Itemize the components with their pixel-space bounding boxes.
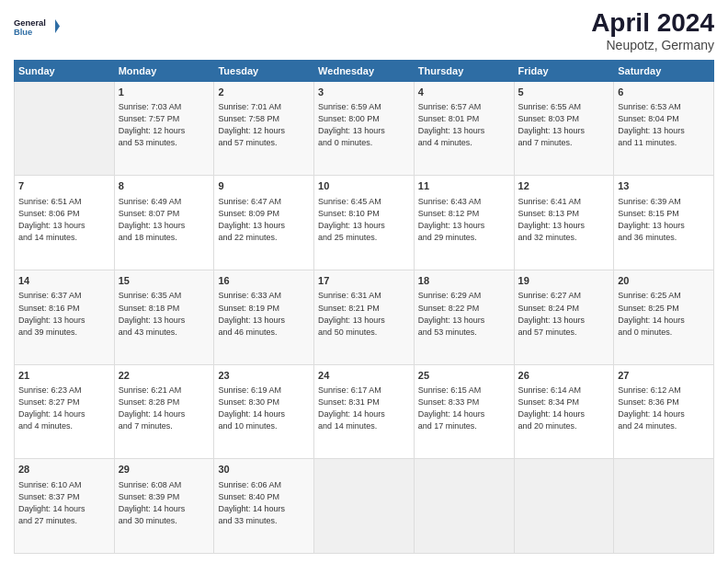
table-cell: 7Sunrise: 6:51 AM Sunset: 8:06 PM Daylig… — [15, 176, 115, 270]
col-friday: Friday — [514, 60, 614, 81]
col-sunday: Sunday — [15, 60, 115, 81]
col-saturday: Saturday — [614, 60, 714, 81]
day-number: 17 — [318, 274, 410, 288]
table-cell: 22Sunrise: 6:21 AM Sunset: 8:28 PM Dayli… — [114, 364, 214, 459]
col-tuesday: Tuesday — [214, 60, 314, 81]
day-number: 7 — [18, 179, 110, 193]
day-number: 23 — [218, 369, 310, 383]
week-row-2: 7Sunrise: 6:51 AM Sunset: 8:06 PM Daylig… — [15, 176, 714, 270]
day-info: Sunrise: 6:57 AM Sunset: 8:01 PM Dayligh… — [418, 101, 510, 149]
table-cell: 9Sunrise: 6:47 AM Sunset: 8:09 PM Daylig… — [214, 176, 314, 270]
table-cell — [314, 459, 415, 554]
day-info: Sunrise: 6:43 AM Sunset: 8:12 PM Dayligh… — [418, 196, 510, 244]
table-cell: 15Sunrise: 6:35 AM Sunset: 8:18 PM Dayli… — [114, 270, 214, 365]
day-info: Sunrise: 6:37 AM Sunset: 8:16 PM Dayligh… — [18, 290, 110, 338]
day-info: Sunrise: 6:25 AM Sunset: 8:25 PM Dayligh… — [618, 290, 710, 338]
calendar-body: 1Sunrise: 7:03 AM Sunset: 7:57 PM Daylig… — [15, 81, 714, 553]
day-number: 24 — [318, 369, 410, 383]
table-cell: 27Sunrise: 6:12 AM Sunset: 8:36 PM Dayli… — [614, 364, 714, 459]
day-number: 2 — [218, 86, 310, 99]
day-info: Sunrise: 6:51 AM Sunset: 8:06 PM Dayligh… — [18, 196, 110, 244]
day-info: Sunrise: 7:01 AM Sunset: 7:58 PM Dayligh… — [218, 101, 310, 149]
logo: General Blue — [14, 9, 60, 44]
day-info: Sunrise: 6:08 AM Sunset: 8:39 PM Dayligh… — [119, 479, 210, 527]
week-row-5: 28Sunrise: 6:10 AM Sunset: 8:37 PM Dayli… — [15, 459, 714, 554]
day-number: 20 — [618, 274, 710, 288]
table-cell: 13Sunrise: 6:39 AM Sunset: 8:15 PM Dayli… — [614, 176, 714, 270]
svg-text:Blue: Blue — [14, 28, 32, 37]
table-cell: 2Sunrise: 7:01 AM Sunset: 7:58 PM Daylig… — [214, 81, 314, 176]
table-cell — [15, 81, 115, 176]
table-cell: 17Sunrise: 6:31 AM Sunset: 8:21 PM Dayli… — [314, 270, 415, 365]
day-info: Sunrise: 6:06 AM Sunset: 8:40 PM Dayligh… — [218, 479, 310, 527]
table-cell: 8Sunrise: 6:49 AM Sunset: 8:07 PM Daylig… — [114, 176, 214, 270]
table-cell: 19Sunrise: 6:27 AM Sunset: 8:24 PM Dayli… — [514, 270, 614, 365]
day-number: 29 — [119, 463, 210, 477]
day-number: 22 — [119, 369, 210, 383]
table-cell: 28Sunrise: 6:10 AM Sunset: 8:37 PM Dayli… — [15, 459, 115, 554]
day-number: 27 — [618, 369, 710, 383]
day-number: 13 — [618, 179, 710, 193]
table-cell: 18Sunrise: 6:29 AM Sunset: 8:22 PM Dayli… — [414, 270, 514, 365]
table-cell: 25Sunrise: 6:15 AM Sunset: 8:33 PM Dayli… — [414, 364, 514, 459]
day-info: Sunrise: 6:21 AM Sunset: 8:28 PM Dayligh… — [119, 385, 210, 432]
day-info: Sunrise: 6:35 AM Sunset: 8:18 PM Dayligh… — [119, 290, 210, 338]
table-cell: 30Sunrise: 6:06 AM Sunset: 8:40 PM Dayli… — [214, 459, 314, 554]
table-cell — [414, 459, 514, 554]
table-cell: 11Sunrise: 6:43 AM Sunset: 8:12 PM Dayli… — [414, 176, 514, 270]
day-number: 18 — [418, 274, 510, 288]
day-number: 8 — [119, 179, 210, 193]
day-info: Sunrise: 6:39 AM Sunset: 8:15 PM Dayligh… — [618, 196, 710, 244]
day-info: Sunrise: 6:41 AM Sunset: 8:13 PM Dayligh… — [518, 196, 610, 244]
table-cell — [514, 459, 614, 554]
day-info: Sunrise: 6:17 AM Sunset: 8:31 PM Dayligh… — [318, 385, 410, 432]
day-number: 4 — [418, 86, 510, 99]
day-info: Sunrise: 6:10 AM Sunset: 8:37 PM Dayligh… — [18, 479, 110, 527]
day-info: Sunrise: 6:12 AM Sunset: 8:36 PM Dayligh… — [618, 385, 710, 432]
day-number: 26 — [518, 369, 610, 383]
day-info: Sunrise: 6:31 AM Sunset: 8:21 PM Dayligh… — [318, 290, 410, 338]
day-info: Sunrise: 6:45 AM Sunset: 8:10 PM Dayligh… — [318, 196, 410, 244]
day-number: 5 — [518, 86, 610, 99]
day-info: Sunrise: 6:49 AM Sunset: 8:07 PM Dayligh… — [119, 196, 210, 244]
table-cell: 10Sunrise: 6:45 AM Sunset: 8:10 PM Dayli… — [314, 176, 415, 270]
calendar-page: General Blue April 2024 Neupotz, Germany… — [0, 0, 728, 563]
day-info: Sunrise: 6:47 AM Sunset: 8:09 PM Dayligh… — [218, 196, 310, 244]
table-cell: 16Sunrise: 6:33 AM Sunset: 8:19 PM Dayli… — [214, 270, 314, 365]
col-wednesday: Wednesday — [314, 60, 415, 81]
week-row-4: 21Sunrise: 6:23 AM Sunset: 8:27 PM Dayli… — [15, 364, 714, 459]
subtitle: Neupotz, Germany — [591, 38, 714, 52]
logo-svg: General Blue — [14, 9, 60, 44]
col-monday: Monday — [114, 60, 214, 81]
table-cell: 26Sunrise: 6:14 AM Sunset: 8:34 PM Dayli… — [514, 364, 614, 459]
day-number: 15 — [119, 274, 210, 288]
title-block: April 2024 Neupotz, Germany — [591, 9, 714, 52]
table-cell: 6Sunrise: 6:53 AM Sunset: 8:04 PM Daylig… — [614, 81, 714, 176]
day-info: Sunrise: 6:27 AM Sunset: 8:24 PM Dayligh… — [518, 290, 610, 338]
header-row: Sunday Monday Tuesday Wednesday Thursday… — [15, 60, 714, 81]
week-row-3: 14Sunrise: 6:37 AM Sunset: 8:16 PM Dayli… — [15, 270, 714, 365]
day-number: 14 — [18, 274, 110, 288]
table-cell: 1Sunrise: 7:03 AM Sunset: 7:57 PM Daylig… — [114, 81, 214, 176]
day-number: 12 — [518, 179, 610, 193]
day-info: Sunrise: 6:19 AM Sunset: 8:30 PM Dayligh… — [218, 385, 310, 432]
day-info: Sunrise: 6:29 AM Sunset: 8:22 PM Dayligh… — [418, 290, 510, 338]
day-number: 19 — [518, 274, 610, 288]
col-thursday: Thursday — [414, 60, 514, 81]
day-number: 1 — [119, 86, 210, 99]
day-number: 9 — [218, 179, 310, 193]
day-number: 28 — [18, 463, 110, 477]
day-info: Sunrise: 6:55 AM Sunset: 8:03 PM Dayligh… — [518, 101, 610, 149]
table-cell: 3Sunrise: 6:59 AM Sunset: 8:00 PM Daylig… — [314, 81, 415, 176]
calendar-header: Sunday Monday Tuesday Wednesday Thursday… — [15, 60, 714, 81]
table-cell: 4Sunrise: 6:57 AM Sunset: 8:01 PM Daylig… — [414, 81, 514, 176]
table-cell: 29Sunrise: 6:08 AM Sunset: 8:39 PM Dayli… — [114, 459, 214, 554]
day-info: Sunrise: 7:03 AM Sunset: 7:57 PM Dayligh… — [119, 101, 210, 149]
day-number: 21 — [18, 369, 110, 383]
day-info: Sunrise: 6:23 AM Sunset: 8:27 PM Dayligh… — [18, 385, 110, 432]
day-info: Sunrise: 6:33 AM Sunset: 8:19 PM Dayligh… — [218, 290, 310, 338]
table-cell: 23Sunrise: 6:19 AM Sunset: 8:30 PM Dayli… — [214, 364, 314, 459]
svg-marker-2 — [55, 19, 60, 33]
svg-text:General: General — [14, 18, 46, 28]
table-cell: 5Sunrise: 6:55 AM Sunset: 8:03 PM Daylig… — [514, 81, 614, 176]
